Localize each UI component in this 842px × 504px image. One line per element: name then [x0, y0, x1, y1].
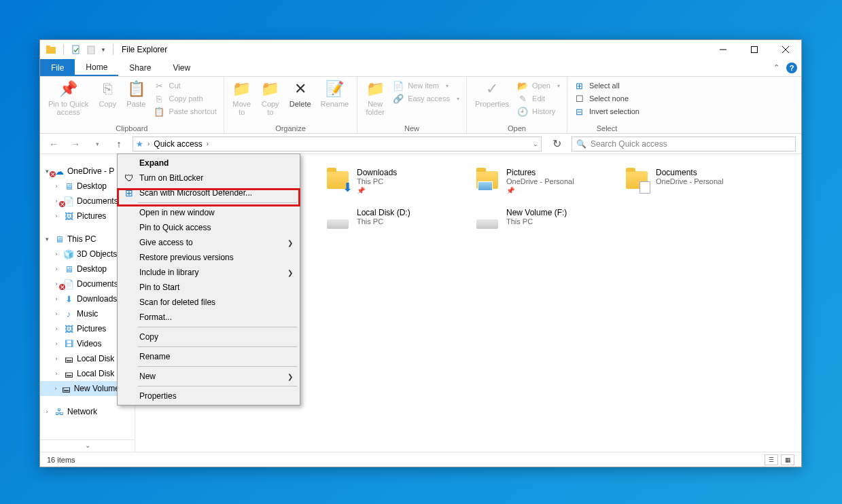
paste-shortcut-icon: 📋 — [154, 106, 164, 117]
new-item-icon: 📄 — [393, 80, 404, 91]
drive-icon: 🖴 — [63, 353, 74, 364]
search-box[interactable]: 🔍 Search Quick access — [572, 137, 796, 151]
ribbon-group-open: ✓Properties 📂Open▾ ✎Edit 🕘History Open — [467, 77, 567, 133]
select-all-button[interactable]: ⊞Select all — [572, 79, 642, 92]
item-new-volume-f[interactable]: New Volume (F:)This PC — [475, 208, 611, 232]
back-button[interactable]: ← — [46, 136, 62, 152]
ctx-format[interactable]: Format... — [119, 310, 298, 325]
edit-button[interactable]: ✎Edit — [514, 92, 563, 105]
sync-error-icon: ✕ — [50, 171, 56, 177]
tab-share[interactable]: Share — [118, 59, 162, 76]
easy-access-button[interactable]: 🔗Easy access▾ — [390, 92, 462, 105]
invert-selection-button[interactable]: ⊟Invert selection — [572, 105, 642, 118]
sync-error-icon: ✕ — [59, 284, 65, 290]
new-item-button[interactable]: 📄New item▾ — [390, 79, 462, 92]
move-to-button[interactable]: 📁Move to — [228, 78, 256, 118]
folder-icon — [625, 168, 649, 192]
select-none-button[interactable]: ☐Select none — [572, 92, 642, 105]
ctx-bitlocker[interactable]: 🛡Turn on BitLocker — [119, 170, 298, 185]
history-icon: 🕘 — [517, 106, 528, 117]
submenu-arrow-icon: ❯ — [287, 269, 293, 276]
ctx-include-library[interactable]: Include in library❯ — [119, 265, 298, 280]
forward-button[interactable]: → — [67, 136, 84, 152]
address-dropdown-icon[interactable]: ⌄ — [533, 141, 538, 147]
minimize-button[interactable] — [707, 40, 739, 59]
submenu-arrow-icon: ❯ — [287, 239, 293, 247]
ctx-defender[interactable]: ⊞Scan with Microsoft Defender... — [119, 185, 298, 200]
ctx-pin-start[interactable]: Pin to Start — [119, 280, 298, 295]
ctx-restore-versions[interactable]: Restore previous versions — [119, 250, 298, 265]
tab-home[interactable]: Home — [75, 59, 118, 76]
properties-button[interactable]: ✓Properties — [471, 78, 513, 109]
copy-icon: ⎘ — [98, 79, 117, 98]
folder-icon: ⬇ — [326, 168, 350, 192]
item-documents[interactable]: ⊗ DocumentsOneDrive - Personal — [625, 168, 760, 194]
pin-to-quick-access-button[interactable]: 📌 Pin to Quick access — [44, 78, 92, 118]
network-icon: 🖧 — [54, 406, 65, 417]
svg-rect-0 — [46, 47, 56, 54]
rename-button[interactable]: 📝Rename — [317, 78, 353, 109]
recent-locations-button[interactable]: ▾ — [89, 136, 105, 152]
nav-network[interactable]: ›🖧Network — [40, 404, 135, 419]
ctx-give-access[interactable]: Give access to❯ — [119, 235, 298, 250]
ctx-open-new-window[interactable]: Open in new window — [119, 205, 298, 220]
new-folder-button[interactable]: 📁New folder — [362, 78, 389, 118]
ribbon-group-select: ⊞Select all ☐Select none ⊟Invert selecti… — [567, 77, 646, 133]
item-pictures[interactable]: ☁ PicturesOneDrive - Personal📌 — [475, 168, 611, 194]
select-all-icon: ⊞ — [574, 80, 585, 91]
this-pc-icon: 🖥 — [54, 234, 65, 245]
ctx-expand[interactable]: Expand — [119, 156, 298, 170]
open-button[interactable]: 📂Open▾ — [514, 79, 563, 92]
item-local-disk-d[interactable]: Local Disk (D:)This PC — [326, 208, 461, 232]
ribbon-tabs: File Home Share View ⌃ ? — [40, 59, 801, 77]
invert-selection-icon: ⊟ — [574, 106, 585, 117]
tab-file[interactable]: File — [40, 59, 75, 76]
ctx-properties[interactable]: Properties — [119, 389, 298, 403]
maximize-button[interactable] — [739, 40, 770, 59]
drive-icon — [475, 208, 499, 232]
cut-button[interactable]: ✂Cut — [151, 79, 219, 92]
help-icon[interactable]: ? — [786, 62, 797, 73]
desktop-icon: 🖥 — [63, 181, 74, 192]
copy-to-icon: 📁 — [261, 79, 280, 98]
folder-icon — [475, 168, 499, 192]
file-explorer-window: ▼ File Explorer File Home Share View ⌃ ?… — [39, 39, 802, 467]
svg-rect-1 — [46, 46, 50, 48]
refresh-button[interactable]: ↻ — [547, 137, 566, 151]
sync-error-icon: ✕ — [59, 201, 65, 207]
qat-dropdown-icon[interactable]: ▼ — [101, 47, 106, 53]
copy-path-button[interactable]: ⎘Copy path — [151, 92, 219, 105]
copy-to-button[interactable]: 📁Copy to — [257, 78, 284, 118]
address-field[interactable]: ★ › Quick access › ⌄ — [133, 137, 542, 151]
pin-icon: 📌 — [59, 79, 78, 98]
music-icon: ♪ — [63, 308, 74, 319]
3d-objects-icon: 🧊 — [63, 249, 74, 259]
qat-properties-icon[interactable] — [71, 44, 82, 55]
ctx-rename[interactable]: Rename — [119, 349, 298, 364]
ctx-copy[interactable]: Copy — [119, 329, 298, 344]
up-button[interactable]: ↑ — [111, 136, 127, 152]
bitlocker-icon: 🛡 — [123, 172, 135, 184]
view-icons-button[interactable]: ▦ — [781, 454, 794, 465]
app-icon — [46, 44, 56, 55]
item-downloads[interactable]: ⬇ DownloadsThis PC📌 — [326, 168, 461, 194]
drive-icon: 🖴 — [62, 383, 71, 394]
close-button[interactable] — [770, 40, 801, 59]
ctx-pin-quick-access[interactable]: Pin to Quick access — [119, 220, 298, 235]
view-details-button[interactable]: ☰ — [765, 454, 778, 465]
qat-new-folder-icon[interactable] — [86, 44, 97, 55]
delete-button[interactable]: ✕Delete — [285, 78, 315, 109]
tab-view[interactable]: View — [162, 59, 201, 76]
ctx-scan-deleted[interactable]: Scan for deleted files — [119, 295, 298, 310]
breadcrumb-quick-access[interactable]: Quick access — [154, 139, 202, 149]
copy-button[interactable]: ⎘ Copy — [94, 78, 121, 109]
history-button[interactable]: 🕘History — [514, 105, 563, 118]
paste-shortcut-button[interactable]: 📋Paste shortcut — [151, 105, 219, 118]
new-folder-icon: 📁 — [366, 79, 385, 98]
nav-scroll-down[interactable]: ⌄ — [40, 439, 135, 450]
collapse-ribbon-icon[interactable]: ⌃ — [773, 63, 779, 72]
select-none-icon: ☐ — [574, 93, 585, 104]
quick-access-toolbar: ▼ — [43, 44, 116, 55]
ctx-new[interactable]: New❯ — [119, 369, 298, 384]
paste-button[interactable]: 📋 Paste — [122, 78, 150, 109]
